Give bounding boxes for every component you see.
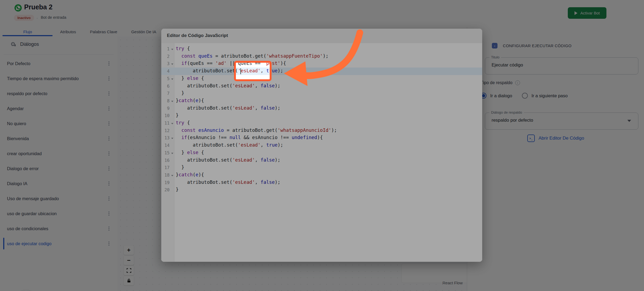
spotlight-code-text: if(queEs == 'ad' || queEs == 'post'){	[234, 61, 272, 66]
tutorial-dim-overlay	[0, 0, 644, 291]
spotlight-line-4: atributoBot.set('esLead', true);	[234, 68, 272, 75]
spotlight-highlight-box: if(queEs == 'ad' || queEs == 'post'){ at…	[234, 61, 272, 81]
text-cursor	[240, 68, 241, 74]
spotlight-line-3: if(queEs == 'ad' || queEs == 'post'){	[234, 61, 272, 68]
spotlight-code-text: atributoBot.set('esLead', true);	[234, 68, 272, 73]
app-window: Prueba 2 Inactivo · Bot de entrada Activ…	[0, 0, 644, 291]
spotlight-line-5: } else {	[234, 75, 272, 81]
